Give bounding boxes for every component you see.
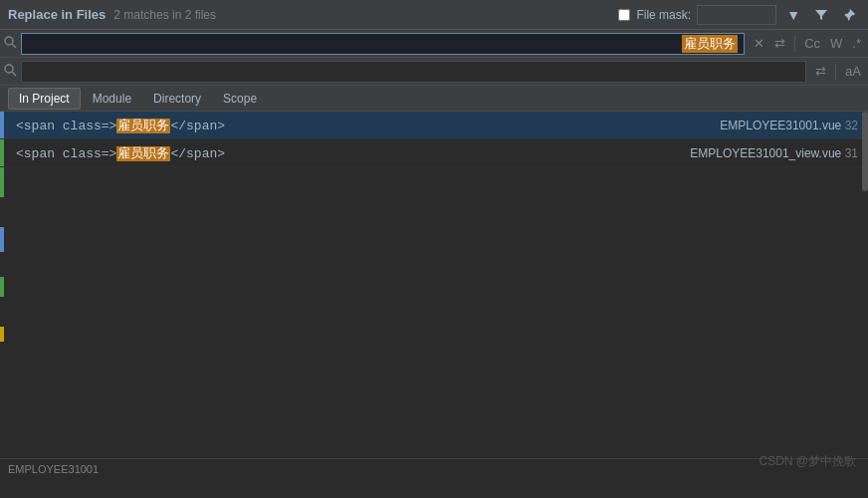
result-line-1: 32	[845, 119, 858, 132]
match-info: 2 matches in 2 files	[113, 8, 216, 22]
file-mask-label: File mask:	[636, 8, 691, 22]
swap-button[interactable]: ⇄	[771, 35, 788, 52]
replace-input[interactable]	[28, 64, 799, 79]
tab-directory[interactable]: Directory	[143, 89, 211, 109]
divider	[794, 36, 795, 52]
word-button[interactable]: W	[827, 35, 845, 52]
file-mask-input[interactable]	[697, 5, 776, 25]
search-highlight: 雇员职务	[682, 35, 738, 53]
header-bar: Replace in Files 2 matches in 2 files Fi…	[0, 0, 868, 30]
result-line-2: 31	[845, 146, 858, 160]
result-meta-1: EMPLOYEE31001.vue 32	[720, 119, 858, 132]
result-meta-2: EMPLOYEE31001_view.vue 31	[690, 146, 858, 160]
result-filename-2: EMPLOYEE31001_view.vue	[690, 146, 841, 160]
side-bar-green-2	[0, 277, 4, 297]
result-match-1: 雇员职务	[116, 119, 170, 133]
header-title: Replace in Files	[8, 7, 106, 22]
replace-row-icon	[4, 64, 17, 80]
side-bar-blue-1	[0, 227, 4, 252]
side-bar-green-1	[0, 167, 4, 197]
replace-row: ⇄ aA	[0, 58, 868, 86]
search-row-icon	[4, 36, 17, 52]
svg-point-2	[5, 65, 13, 73]
clear-search-button[interactable]: ✕	[751, 35, 767, 52]
code-suffix-2: </span>	[170, 146, 225, 161]
scroll-indicator[interactable]	[862, 112, 868, 191]
file-mask-checkbox[interactable]	[618, 9, 630, 21]
results-area: <span class=>雇员职务</span> EMPLOYEE31001.v…	[0, 112, 868, 478]
result-code-1: <span class=>雇员职务</span>	[16, 117, 710, 134]
svg-line-3	[12, 72, 16, 76]
search-row: 雇员职务 ✕ ⇄ Cc W .*	[0, 30, 868, 58]
pin-icon[interactable]	[838, 6, 860, 24]
dropdown-icon[interactable]: ▼	[782, 5, 804, 25]
result-match-2: 雇员职务	[116, 146, 170, 161]
tabs-row: In Project Module Directory Scope	[0, 86, 868, 112]
tab-module[interactable]: Module	[83, 89, 141, 109]
bottom-label: EMPLOYEE31001	[8, 463, 99, 475]
svg-line-1	[12, 44, 16, 48]
code-prefix-1: <span class=>	[16, 119, 116, 133]
header-right: File mask: ▼	[618, 5, 860, 25]
svg-point-0	[5, 37, 13, 45]
preserve-case-button[interactable]: aA	[842, 63, 864, 80]
filter-icon[interactable]	[810, 6, 832, 24]
result-row-2[interactable]: <span class=>雇员职务</span> EMPLOYEE31001_v…	[0, 139, 868, 167]
replace-right-icons: ⇄ aA	[812, 63, 864, 80]
tab-in-project[interactable]: In Project	[8, 88, 81, 110]
empty-results-area	[0, 167, 868, 396]
code-prefix-2: <span class=>	[16, 146, 116, 161]
replace-swap-button[interactable]: ⇄	[812, 63, 829, 80]
divider2	[835, 64, 836, 80]
result-code-2: <span class=>雇员职务</span>	[16, 144, 680, 162]
watermark: CSDN @梦中挽歌	[759, 453, 856, 470]
result-row-1[interactable]: <span class=>雇员职务</span> EMPLOYEE31001.v…	[0, 112, 868, 139]
replace-input-area[interactable]	[21, 61, 806, 83]
footer: EMPLOYEE31001 CSDN @梦中挽歌	[0, 458, 868, 478]
case-sensitive-button[interactable]: Cc	[801, 35, 823, 52]
regex-button[interactable]: .*	[849, 35, 864, 52]
result-filename-1: EMPLOYEE31001.vue	[720, 119, 841, 132]
result-bar-2	[0, 139, 4, 166]
code-suffix-1: </span>	[170, 119, 225, 133]
tab-scope[interactable]: Scope	[213, 89, 267, 109]
result-bar-1	[0, 112, 4, 138]
side-bar-yellow-1	[0, 327, 4, 342]
header-left: Replace in Files 2 matches in 2 files	[8, 7, 216, 22]
search-input-area[interactable]: 雇员职务	[21, 33, 745, 55]
search-right-icons: ✕ ⇄ Cc W .*	[751, 35, 864, 52]
